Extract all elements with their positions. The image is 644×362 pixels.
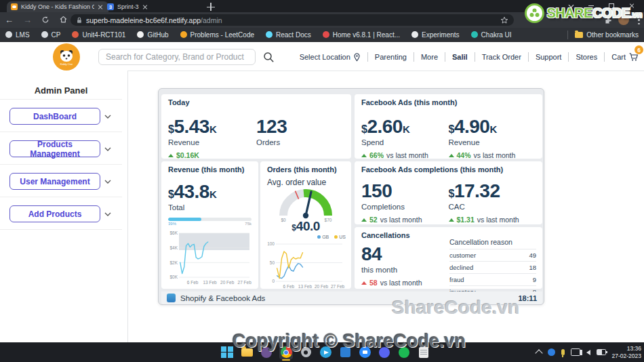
svg-text:$6K: $6K: [169, 230, 178, 235]
svg-text:0: 0: [272, 279, 275, 283]
svg-text:$0K: $0K: [169, 275, 178, 279]
bookmark-experiments[interactable]: Experiments: [411, 31, 460, 39]
bookmark-react-router[interactable]: Home v6.8.1 | React...: [323, 31, 400, 39]
other-bookmarks[interactable]: Other bookmarks: [575, 31, 639, 39]
hidden-icons-chevron[interactable]: [535, 349, 542, 357]
lock-icon: [76, 16, 83, 24]
widget-provider-logo: [167, 294, 176, 302]
divider: [0, 164, 122, 165]
search-icon[interactable]: [263, 52, 275, 66]
dashboard-clock: 18:11: [518, 294, 537, 302]
sharecode-recycle-icon: [525, 3, 544, 23]
globe-icon: [5, 31, 12, 38]
search-input[interactable]: [98, 49, 256, 65]
taskbar-clock[interactable]: 13:36 27-02-2023: [612, 345, 641, 359]
address-bar[interactable]: superb-madeleine-bc6e6f.netlify.app/admi…: [71, 14, 514, 26]
nav-account[interactable]: Salil: [452, 53, 468, 61]
revenue-progress-bar: [168, 218, 251, 221]
forward-button[interactable]: →: [18, 16, 37, 24]
sidebar-item-add-products[interactable]: Add Products: [9, 205, 100, 222]
divider: [414, 52, 414, 62]
cancellations-metric: 84 this month 58vs last month: [361, 245, 446, 287]
svg-text:13 Feb: 13 Feb: [298, 284, 313, 289]
bookmark-leetcode[interactable]: Problems - LeetCode: [180, 31, 255, 39]
gauge-value: $40.0: [260, 220, 351, 233]
up-arrow-icon: [361, 281, 367, 285]
divider: [0, 132, 122, 132]
microphone-icon[interactable]: [561, 349, 565, 355]
card-title: Facebook Ads completions (this month): [361, 165, 536, 174]
cac-metric: $17.32 CAC $1.31vs last month: [449, 182, 536, 224]
progress-labels: 39% 75k: [168, 222, 251, 226]
svg-text:6 Feb: 6 Feb: [283, 284, 295, 289]
tab-sprint-3[interactable]: 3 Sprint-3: [103, 1, 209, 12]
kiddy-one-logo[interactable]: Kiddy One: [53, 43, 80, 71]
back-button[interactable]: ←: [0, 16, 18, 24]
chart-legend: GB US: [317, 235, 346, 239]
svg-text:6 Feb: 6 Feb: [187, 280, 199, 285]
url-text: superb-madeleine-bc6e6f.netlify.app/admi…: [86, 16, 222, 24]
display-icon[interactable]: [571, 348, 580, 356]
cancellation-reason-table: Cancellation reason customer49 declined1…: [449, 238, 536, 298]
gb-series-dot: [317, 235, 321, 239]
bookmark-star-icon[interactable]: [500, 16, 508, 24]
github-icon: [137, 31, 144, 38]
tab-close-icon[interactable]: [98, 4, 103, 9]
battery-icon[interactable]: [597, 349, 606, 355]
sidebar-item-products-management[interactable]: Products Management: [9, 140, 100, 157]
divider: [604, 52, 605, 62]
chevron-down-icon[interactable]: [104, 173, 112, 190]
folder-icon: [575, 32, 583, 38]
divider: [567, 31, 568, 39]
panda-icon: [58, 49, 75, 64]
tab-kiddy-one[interactable]: Kiddy One - Kids Fashion One St: [7, 1, 108, 12]
revenue-total-metric: $43.8K Total: [168, 182, 251, 212]
divider: [367, 52, 368, 62]
bookmark-github[interactable]: GitHub: [137, 31, 168, 39]
tab-close-icon[interactable]: [142, 4, 148, 9]
reload-button[interactable]: [37, 16, 54, 25]
bookmark-react-docs[interactable]: React Docs: [266, 31, 311, 39]
svg-text:27 Feb: 27 Feb: [331, 284, 345, 289]
nav-stores[interactable]: Stores: [576, 53, 597, 61]
nav-parenting[interactable]: Parenting: [375, 53, 407, 61]
sidebar-item-dashboard[interactable]: DashBoard: [9, 108, 100, 125]
orders-month-card: Orders (this month) Avg. order value $0$…: [260, 161, 351, 289]
start-button[interactable]: [220, 346, 234, 359]
sharecode-watermark-bottom: Copyright © ShareCode.vn: [233, 331, 466, 352]
location-pin-icon: [353, 53, 361, 62]
today-orders-metric: 123 Orders: [256, 117, 344, 159]
speaker-icon[interactable]: [586, 350, 590, 355]
fb-spend-metric: $2.60K Spend 66%vs last month: [361, 117, 449, 159]
divider: [568, 52, 569, 62]
cart-button[interactable]: Cart 6: [611, 52, 639, 62]
bookmark-cp[interactable]: CP: [41, 31, 61, 39]
sprint-favicon: 3: [107, 3, 114, 10]
completions-metric: 150 Completions 52vs last month: [361, 182, 449, 224]
new-tab-button[interactable]: [207, 3, 215, 11]
bookmark-unit4[interactable]: Unit4-RCT101: [72, 31, 125, 39]
onedrive-icon[interactable]: [548, 348, 555, 356]
home-button[interactable]: [54, 15, 73, 25]
tab-title: Sprint-3: [117, 3, 139, 10]
nav-support[interactable]: Support: [536, 53, 562, 61]
table-row: customer49: [449, 249, 536, 261]
nav-more[interactable]: More: [421, 53, 438, 61]
svg-text:27 Feb: 27 Feb: [238, 280, 252, 285]
bookmark-lms[interactable]: LMS: [5, 31, 30, 39]
sidebar-title: Admin Panel: [0, 85, 122, 96]
chevron-down-icon[interactable]: [104, 205, 112, 222]
chevron-down-icon[interactable]: [104, 140, 112, 157]
select-location-button[interactable]: Select Location: [300, 53, 361, 62]
up-arrow-icon: [361, 218, 367, 222]
react-icon: [266, 31, 273, 38]
sidebar-item-user-management[interactable]: User Management: [9, 173, 100, 190]
card-title: Facebook Ads (this month): [361, 98, 536, 106]
nav-track-order[interactable]: Track Order: [482, 53, 521, 61]
svg-text:13 Feb: 13 Feb: [203, 280, 217, 285]
cart-badge: 6: [635, 45, 643, 54]
svg-text:$4K: $4K: [169, 245, 178, 250]
bookmark-chakra-ui[interactable]: Chakra UI: [471, 31, 512, 39]
chevron-down-icon[interactable]: [104, 108, 112, 125]
brand-name: Kiddy One: [60, 62, 73, 66]
